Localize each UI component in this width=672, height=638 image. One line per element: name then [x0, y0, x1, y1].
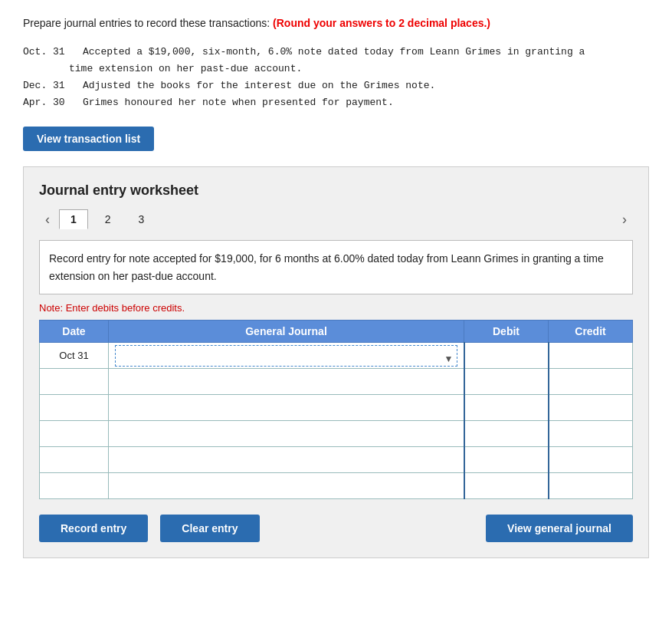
transaction-date-1: Oct. 31 [23, 46, 65, 58]
cell-credit-5[interactable] [549, 447, 633, 473]
transaction-desc-3: Grimes honoured her note when presented … [83, 97, 394, 108]
tab-prev-arrow[interactable]: ‹ [39, 210, 56, 229]
clear-entry-button[interactable]: Clear entry [160, 515, 259, 542]
tabs-row: ‹ 1 2 3 › [39, 209, 633, 229]
cell-gj-4[interactable] [109, 421, 464, 447]
transactions-list: Oct. 31 Accepted a $19,000, six-month, 6… [23, 44, 649, 111]
table-row [40, 447, 633, 473]
tab-2[interactable]: 2 [94, 210, 122, 229]
cell-gj-5[interactable] [109, 447, 464, 473]
cell-date-4 [40, 421, 109, 447]
table-row: Oct 31 ▼ [40, 343, 633, 369]
cell-debit-1[interactable] [464, 343, 549, 369]
gj-input-4[interactable] [115, 423, 457, 445]
cell-gj-6[interactable] [109, 473, 464, 499]
action-buttons-row: Record entry Clear entry View general jo… [39, 515, 633, 542]
col-debit: Debit [464, 321, 549, 343]
gj-input-5[interactable] [115, 449, 457, 471]
instruction-text: Prepare journal entries to record these … [23, 17, 270, 29]
cell-debit-4[interactable] [464, 421, 549, 447]
cell-date-6 [40, 473, 109, 499]
cell-credit-3[interactable] [549, 395, 633, 421]
cell-debit-5[interactable] [464, 447, 549, 473]
table-row [40, 473, 633, 499]
cell-credit-1[interactable] [549, 343, 633, 369]
cell-date-2 [40, 369, 109, 395]
transaction-desc-2: Adjusted the books for the interest due … [83, 80, 435, 91]
tab-3[interactable]: 3 [128, 210, 156, 229]
transaction-row-1: Oct. 31 Accepted a $19,000, six-month, 6… [23, 44, 649, 61]
transaction-row-3: Apr. 30 Grimes honoured her note when pr… [23, 94, 649, 111]
transaction-row-2: Dec. 31 Adjusted the books for the inter… [23, 77, 649, 94]
gj-input-1[interactable]: ▼ [115, 345, 457, 367]
table-row [40, 421, 633, 447]
cell-debit-6[interactable] [464, 473, 549, 499]
col-general-journal: General Journal [109, 321, 464, 343]
record-entry-button[interactable]: Record entry [39, 515, 148, 542]
cell-date-1: Oct 31 [40, 343, 109, 369]
page-instruction: Prepare journal entries to record these … [23, 15, 649, 31]
dropdown-arrow-1[interactable]: ▼ [444, 354, 454, 364]
cell-debit-2[interactable] [464, 369, 549, 395]
cell-debit-3[interactable] [464, 395, 549, 421]
cell-credit-6[interactable] [549, 473, 633, 499]
col-credit: Credit [549, 321, 633, 343]
cell-gj-2[interactable] [109, 369, 464, 395]
highlight-text: (Round your answers to 2 decimal places.… [273, 17, 490, 29]
worksheet-title: Journal entry worksheet [39, 183, 633, 199]
entry-description: Record entry for note accepted for $19,0… [39, 240, 633, 294]
transaction-desc-1: Accepted a $19,000, six-month, 6.0% note… [83, 46, 585, 58]
cell-date-3 [40, 395, 109, 421]
table-row [40, 369, 633, 395]
note-text: Note: Enter debits before credits. [39, 302, 633, 314]
table-row [40, 395, 633, 421]
gj-input-6[interactable] [115, 475, 457, 497]
transaction-row-1b: time extension on her past-due account. [69, 61, 649, 77]
journal-worksheet: Journal entry worksheet ‹ 1 2 3 › Record… [23, 166, 649, 558]
cell-credit-4[interactable] [549, 421, 633, 447]
col-date: Date [40, 321, 109, 343]
transaction-date-2: Dec. 31 [23, 80, 65, 91]
view-transaction-button[interactable]: View transaction list [23, 127, 154, 151]
transaction-desc-1b: time extension on her past-due account. [69, 63, 302, 74]
cell-gj-3[interactable] [109, 395, 464, 421]
transaction-date-3: Apr. 30 [23, 97, 65, 108]
cell-date-5 [40, 447, 109, 473]
journal-table: Date General Journal Debit Credit Oct 31… [39, 320, 633, 499]
table-header-row: Date General Journal Debit Credit [40, 321, 633, 343]
tab-next-arrow[interactable]: › [616, 210, 633, 229]
cell-credit-2[interactable] [549, 369, 633, 395]
cell-gj-1[interactable]: ▼ [109, 343, 464, 369]
tab-1[interactable]: 1 [59, 209, 88, 229]
gj-input-3[interactable] [115, 397, 457, 419]
gj-input-2[interactable] [115, 371, 457, 393]
view-general-journal-button[interactable]: View general journal [486, 515, 633, 542]
